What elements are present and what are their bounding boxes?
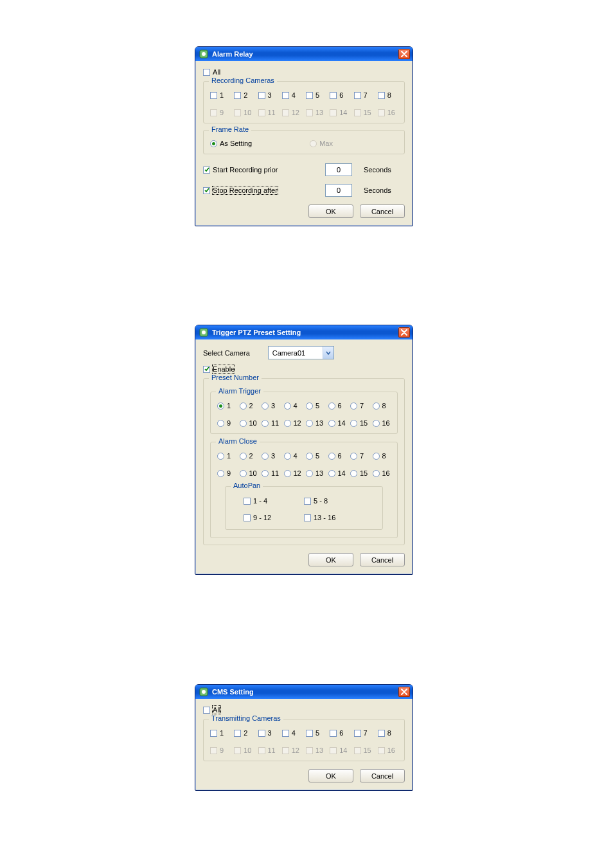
group-title: Recording Cameras [209,77,277,84]
app-icon [199,687,208,696]
preset-radio[interactable]: 12 [284,469,301,477]
preset-radio[interactable]: 9 [217,469,231,477]
alarm-trigger-group: Alarm Trigger 1 2 3 4 5 6 7 8 9 10 11 12 [210,392,398,434]
titlebar: Alarm Relay [195,47,413,61]
cancel-button[interactable]: Cancel [360,769,405,782]
camera-checkbox[interactable]: 7 [354,729,368,737]
preset-radio[interactable]: 2 [240,452,253,460]
preset-radio[interactable]: 1 [217,402,231,410]
preset-number-group: Preset Number Alarm Trigger 1 2 3 4 5 6 … [203,378,405,545]
preset-radio[interactable]: 10 [240,469,257,477]
group-title: AutoPan [231,482,263,489]
camera-checkbox: 15 [354,109,371,116]
cancel-button[interactable]: Cancel [360,553,405,566]
preset-radio[interactable]: 13 [306,419,323,427]
autopan-checkbox[interactable]: 9 - 12 [244,514,304,521]
preset-radio[interactable]: 15 [350,469,368,477]
all-checkbox[interactable]: All [203,706,220,714]
camera-checkbox[interactable]: 3 [258,91,272,99]
enable-checkbox[interactable]: Enable [203,365,235,373]
camera-checkbox: 12 [282,109,299,116]
preset-radio[interactable]: 5 [306,452,319,460]
close-button[interactable] [398,687,410,697]
group-title: Alarm Trigger [216,387,263,395]
ok-button[interactable]: OK [308,553,353,566]
preset-radio[interactable]: 6 [328,452,342,460]
camera-checkbox: 10 [234,746,251,754]
preset-radio[interactable]: 7 [350,402,364,410]
stop-seconds-input[interactable] [325,184,352,197]
window-title: Alarm Relay [212,50,253,58]
preset-radio[interactable]: 15 [350,419,368,427]
preset-radio[interactable]: 12 [284,419,301,427]
close-button[interactable] [398,327,410,338]
camera-checkbox[interactable]: 1 [210,729,224,737]
camera-checkbox[interactable]: 2 [234,91,247,99]
start-seconds-input[interactable] [325,163,352,176]
preset-radio[interactable]: 10 [240,419,257,427]
camera-checkbox[interactable]: 3 [258,729,272,737]
camera-checkbox[interactable]: 5 [306,729,319,737]
camera-checkbox: 14 [330,746,347,754]
autopan-checkbox[interactable]: 1 - 4 [244,497,304,505]
transmitting-cameras-group: Transmitting Cameras 1 2 3 4 5 6 7 8 9 1… [203,719,405,761]
max-radio: Max [310,140,333,147]
close-button[interactable] [398,49,410,59]
camera-checkbox[interactable]: 8 [378,91,391,99]
all-checkbox[interactable]: All [203,68,220,76]
preset-radio[interactable]: 3 [262,402,275,410]
seconds-label: Seconds [364,166,391,174]
camera-checkbox[interactable]: 2 [234,729,247,737]
titlebar: CMS Setting [195,685,413,699]
preset-radio[interactable]: 13 [306,469,323,477]
frame-rate-group: Frame Rate As Setting Max [203,130,405,154]
preset-radio[interactable]: 1 [217,452,231,460]
alarm-close-group: Alarm Close 1 2 3 4 5 6 7 8 9 10 11 12 [210,442,398,538]
as-setting-radio[interactable]: As Setting [210,140,252,147]
recording-cameras-group: Recording Cameras 1 2 3 4 5 6 7 8 9 10 1… [203,81,405,123]
preset-radio[interactable]: 9 [217,419,231,427]
preset-radio[interactable]: 14 [328,419,346,427]
cancel-button[interactable]: Cancel [360,204,405,218]
preset-radio[interactable]: 16 [373,419,390,427]
camera-checkbox: 9 [210,109,224,116]
preset-radio[interactable]: 4 [284,402,298,410]
preset-radio[interactable]: 11 [262,419,279,427]
camera-checkbox[interactable]: 6 [330,91,343,99]
preset-radio[interactable]: 7 [350,452,364,460]
camera-checkbox[interactable]: 1 [210,91,224,99]
preset-radio[interactable]: 11 [262,469,279,477]
preset-radio[interactable]: 8 [373,452,386,460]
group-title: Transmitting Cameras [209,714,283,722]
camera-checkbox[interactable]: 5 [306,91,319,99]
camera-checkbox: 14 [330,109,347,116]
titlebar: Trigger PTZ Preset Setting [195,325,413,339]
app-icon [199,50,208,59]
preset-radio[interactable]: 3 [262,452,275,460]
preset-radio[interactable]: 2 [240,402,253,410]
preset-radio[interactable]: 5 [306,402,319,410]
select-camera-dropdown[interactable]: Camera01 [268,346,334,359]
ok-button[interactable]: OK [308,769,353,782]
preset-radio[interactable]: 16 [373,469,390,477]
group-title: Alarm Close [216,437,260,445]
group-title: Frame Rate [209,125,251,133]
camera-checkbox[interactable]: 4 [282,91,296,99]
app-icon [199,328,208,337]
autopan-checkbox[interactable]: 13 - 16 [304,514,364,521]
camera-checkbox[interactable]: 7 [354,91,368,99]
preset-radio[interactable]: 6 [328,402,342,410]
preset-radio[interactable]: 14 [328,469,346,477]
ok-button[interactable]: OK [308,204,353,218]
start-recording-checkbox[interactable]: Start Recording prior [203,166,325,174]
camera-checkbox: 10 [234,109,251,116]
autopan-checkbox[interactable]: 5 - 8 [304,497,364,505]
autopan-group: AutoPan 1 - 4 5 - 8 9 - 12 13 - 16 [225,486,383,530]
camera-checkbox[interactable]: 8 [378,729,391,737]
svg-point-3 [202,330,206,334]
camera-checkbox[interactable]: 6 [330,729,343,737]
camera-checkbox[interactable]: 4 [282,729,296,737]
stop-recording-checkbox[interactable]: Stop Recording after [203,186,325,194]
preset-radio[interactable]: 4 [284,452,298,460]
preset-radio[interactable]: 8 [373,402,386,410]
